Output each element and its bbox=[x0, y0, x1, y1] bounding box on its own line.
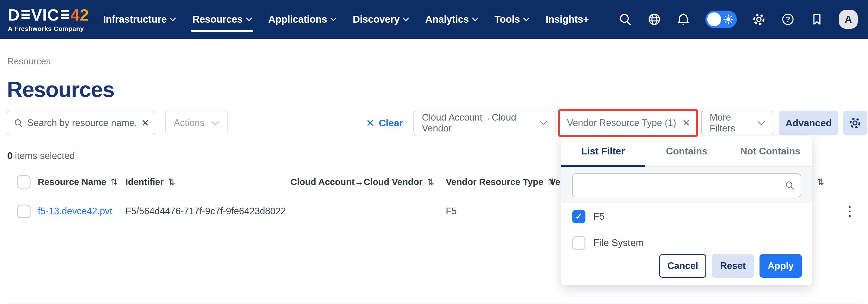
sort-icon: ⇅ bbox=[427, 177, 434, 187]
toggle-knob-icon bbox=[707, 12, 721, 26]
nav-item-applications[interactable]: Applications bbox=[268, 13, 336, 25]
selection-count: 0items selected bbox=[7, 151, 75, 161]
tab-list-filter[interactable]: List Filter bbox=[561, 136, 645, 166]
select-all-checkbox[interactable] bbox=[17, 175, 31, 188]
checkbox-checked[interactable] bbox=[572, 210, 585, 223]
nav-item-analytics[interactable]: Analytics bbox=[425, 13, 478, 25]
filter-search-box bbox=[572, 173, 801, 197]
filter-options-list: F5 File System bbox=[561, 203, 812, 256]
vendor-resource-type-highlight: Vendor Resource Type (1) ✕ bbox=[558, 109, 698, 137]
user-avatar[interactable]: A bbox=[839, 10, 858, 29]
column-header-identifier[interactable]: Identifier ⇅ bbox=[125, 177, 290, 187]
kebab-icon: ⋮ bbox=[843, 205, 856, 218]
logo-wordmark: D V I C 42 bbox=[8, 7, 89, 23]
row-checkbox[interactable] bbox=[17, 205, 31, 218]
column-options-header bbox=[839, 169, 861, 195]
more-filters-dropdown[interactable]: More Filters bbox=[701, 111, 773, 135]
filter-option-file-system[interactable]: File System bbox=[561, 230, 812, 256]
chevron-down-icon bbox=[403, 18, 409, 21]
toolbar: ✕ Actions ✕ Clear Cloud Account→Cloud Ve… bbox=[7, 111, 861, 135]
column-header-cloud-account-cloud-vendor[interactable]: Cloud Account→Cloud Vendor ⇅ bbox=[290, 177, 446, 187]
filter-search-input[interactable] bbox=[580, 180, 785, 190]
chevron-down-icon bbox=[757, 121, 765, 125]
logo-letter: C bbox=[47, 7, 59, 23]
logo-letter-e-icon bbox=[61, 10, 69, 19]
chevron-down-icon bbox=[472, 18, 478, 21]
clear-x-icon: ✕ bbox=[366, 117, 375, 129]
resource-search-input[interactable] bbox=[27, 118, 137, 128]
search-clear-icon[interactable]: ✕ bbox=[141, 118, 149, 128]
nav-item-insights[interactable]: Insights+ bbox=[546, 13, 589, 25]
vendor-resource-type-filter-panel: List Filter Contains Not Contains F5 Fil… bbox=[561, 136, 812, 285]
tab-not-contains[interactable]: Not Contains bbox=[728, 136, 812, 166]
breadcrumb[interactable]: Resources bbox=[7, 56, 51, 66]
logo-letter: I bbox=[42, 7, 47, 23]
page-title: Resources bbox=[7, 77, 114, 102]
main-nav: Infrastructure Resources Applications Di… bbox=[103, 13, 589, 25]
search-icon[interactable] bbox=[618, 12, 632, 26]
advanced-button[interactable]: Advanced bbox=[779, 111, 838, 135]
sort-icon: ⇅ bbox=[111, 177, 118, 187]
chevron-down-icon bbox=[330, 18, 336, 21]
logo-letter-e-icon bbox=[22, 10, 30, 19]
nav-item-discovery[interactable]: Discovery bbox=[353, 13, 409, 25]
vendor-resource-type-cell: F5 bbox=[446, 206, 550, 217]
filter-panel-footer: Cancel Reset Apply bbox=[659, 254, 802, 278]
chevron-down-icon bbox=[523, 18, 529, 21]
logo-tagline: A Freshworks Company bbox=[8, 25, 89, 32]
device42-logo[interactable]: D V I C 42 A Freshworks Company bbox=[8, 7, 89, 32]
cloud-vendor-filter-dropdown[interactable]: Cloud Account→Cloud Vendor bbox=[413, 111, 556, 135]
filter-panel-tabs: List Filter Contains Not Contains bbox=[561, 136, 812, 167]
identifier-cell: F5/564d4476-717f-9c7f-9fe6423d8022 bbox=[125, 206, 290, 217]
clear-filters-button[interactable]: ✕ Clear bbox=[363, 111, 406, 135]
logo-number: 42 bbox=[70, 7, 89, 23]
vendor-resource-type-filter-dropdown[interactable]: Vendor Resource Type (1) ✕ bbox=[560, 111, 696, 135]
chevron-down-icon bbox=[211, 121, 219, 125]
search-icon bbox=[14, 118, 23, 127]
theme-toggle[interactable] bbox=[705, 10, 737, 28]
notifications-bell-icon[interactable] bbox=[676, 12, 690, 26]
settings-gear-icon[interactable] bbox=[752, 12, 766, 26]
sort-icon: ⇅ bbox=[168, 177, 175, 187]
nav-item-tools[interactable]: Tools bbox=[494, 13, 529, 25]
sort-icon: ⇅ bbox=[817, 177, 824, 187]
top-navbar: D V I C 42 A Freshworks Company Infrastr… bbox=[0, 0, 868, 39]
cancel-button[interactable]: Cancel bbox=[659, 254, 706, 278]
table-settings-gear-button[interactable] bbox=[843, 111, 867, 135]
column-header-vendor-resource-type[interactable]: Vendor Resource Type ⇅ bbox=[446, 177, 550, 187]
tab-contains[interactable]: Contains bbox=[645, 136, 729, 166]
navbar-actions: ? A bbox=[618, 10, 858, 29]
logo-letter: V bbox=[31, 7, 42, 23]
chevron-down-icon bbox=[246, 18, 252, 21]
chevron-down-icon bbox=[170, 18, 176, 21]
apply-button[interactable]: Apply bbox=[760, 254, 802, 278]
svg-text:?: ? bbox=[786, 15, 790, 23]
row-actions-menu[interactable]: ⋮ bbox=[839, 195, 861, 227]
sun-icon bbox=[722, 13, 735, 25]
search-icon bbox=[785, 180, 795, 190]
chevron-down-icon bbox=[540, 121, 547, 125]
reset-button[interactable]: Reset bbox=[712, 254, 754, 278]
resource-name-link[interactable]: f5-13.devce42.pvt bbox=[38, 206, 112, 216]
bookmark-icon[interactable] bbox=[810, 12, 824, 26]
filter-option-f5[interactable]: F5 bbox=[561, 203, 812, 230]
filter-search-section bbox=[561, 167, 812, 203]
filter-clear-icon[interactable]: ✕ bbox=[682, 118, 690, 128]
resource-search-box: ✕ bbox=[7, 111, 155, 135]
logo-letter: D bbox=[8, 7, 20, 23]
resources-page: D V I C 42 A Freshworks Company Infrastr… bbox=[0, 0, 868, 304]
column-header-resource-name[interactable]: Resource Name ⇅ bbox=[38, 177, 125, 187]
help-icon[interactable]: ? bbox=[781, 12, 795, 26]
nav-item-resources[interactable]: Resources bbox=[192, 13, 252, 25]
nav-item-infrastructure[interactable]: Infrastructure bbox=[103, 13, 176, 25]
checkbox-unchecked[interactable] bbox=[572, 236, 585, 250]
globe-icon[interactable] bbox=[647, 12, 661, 26]
actions-dropdown[interactable]: Actions bbox=[165, 111, 227, 135]
selected-count-value: 0 bbox=[7, 151, 12, 161]
